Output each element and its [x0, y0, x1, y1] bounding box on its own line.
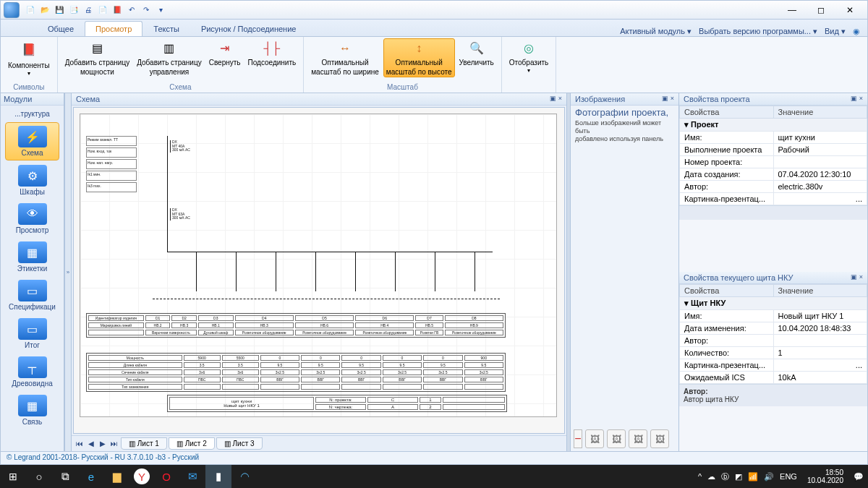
- qat-open-icon[interactable]: 📂: [38, 4, 51, 17]
- qat-new-icon[interactable]: 📄: [24, 4, 37, 17]
- module-tree[interactable]: ┬Древовидна: [5, 354, 59, 390]
- minimize-button[interactable]: —: [778, 1, 807, 19]
- panel-props-title: Свойства текущего щита НКУ: [684, 273, 793, 282]
- tab-general[interactable]: Общее: [37, 21, 85, 36]
- module-view[interactable]: 👁Просмотр: [5, 200, 59, 237]
- book-icon: 📕: [19, 40, 39, 60]
- connect-button[interactable]: ┤├Подсоединить: [245, 38, 299, 77]
- qat-save-icon[interactable]: 💾: [53, 4, 66, 17]
- module-cabinets[interactable]: ⚙Шкафы: [5, 162, 59, 199]
- add-image-icon[interactable]: 🖼: [585, 429, 604, 448]
- tray-app-icon[interactable]: ◩: [735, 472, 742, 481]
- sheet-prev-icon[interactable]: ◀: [86, 439, 96, 449]
- close-button[interactable]: ✕: [835, 1, 864, 19]
- qat-saveall-icon[interactable]: 📑: [67, 4, 80, 17]
- module-summary[interactable]: ▭Итог: [5, 315, 59, 352]
- sheet-first-icon[interactable]: ⏮: [75, 439, 85, 449]
- active-module-menu[interactable]: Активный модуль ▾: [620, 27, 692, 36]
- module-spec[interactable]: ▭Спецификаци: [5, 277, 59, 314]
- page-control-icon: ▥: [161, 40, 178, 57]
- zoom-button[interactable]: 🔍Увеличить: [456, 38, 497, 77]
- app-orb[interactable]: [4, 2, 20, 18]
- qat-print-icon[interactable]: 🖨: [82, 4, 95, 17]
- props1-pin-icon[interactable]: ▣ ×: [851, 95, 863, 103]
- help-icon[interactable]: ◉: [853, 27, 860, 36]
- tab-view[interactable]: Просмотр: [85, 21, 142, 36]
- titlebar: 📄 📂 💾 📑 🖨 📄 📕 ↶ ↷ ▾ — ◻ ✕: [1, 1, 867, 20]
- sheet-last-icon[interactable]: ⏭: [109, 439, 119, 449]
- tab-texts[interactable]: Тексты: [142, 21, 190, 36]
- search-icon[interactable]: ○: [26, 465, 52, 488]
- images-pin-icon[interactable]: ▣ ×: [662, 95, 674, 103]
- add-control-page-button[interactable]: ▥Добавить страницууправления: [134, 38, 205, 77]
- fit-width-button[interactable]: ↔Оптимальныймасштаб по ширине: [308, 38, 382, 77]
- start-button[interactable]: ⊞: [0, 465, 26, 488]
- tray-lang[interactable]: ENG: [780, 472, 797, 481]
- qat-redo-icon[interactable]: ↷: [140, 4, 153, 17]
- opera-icon[interactable]: O: [153, 465, 179, 488]
- images-title: Изображения: [575, 95, 625, 103]
- sheet-tab-3[interactable]: ▥ Лист 3: [216, 437, 263, 450]
- tray-clock[interactable]: 18:5010.04.2020: [803, 468, 848, 484]
- group-symbols-label: Символы: [13, 82, 44, 93]
- page-power-icon: ▤: [88, 40, 106, 57]
- info-ik3: Ik3 max.: [86, 182, 137, 192]
- project-properties-grid[interactable]: СвойстваЗначение ▾ Проект Имя:щит кухни …: [679, 106, 867, 272]
- taskview-icon[interactable]: ⧉: [52, 465, 78, 488]
- tray-bt-icon[interactable]: ⓑ: [721, 471, 729, 482]
- eye-icon: 👁: [18, 203, 47, 225]
- image-icon-2[interactable]: 🖼: [607, 429, 626, 448]
- sheet-tab-1[interactable]: ▥ Лист 1: [121, 437, 167, 450]
- images-panel: Изображения▣ × Фотографии проекта, Больш…: [571, 93, 679, 451]
- gears-icon: ⚙: [18, 165, 47, 187]
- module-link[interactable]: ▦Связь: [5, 392, 59, 429]
- image-icon-4[interactable]: 🖼: [650, 429, 669, 448]
- scheme-icon: ⚡: [18, 126, 47, 147]
- info-earthing: Режим заземл. TT: [86, 136, 137, 146]
- yandex-icon[interactable]: Y: [134, 468, 150, 484]
- tray-cloud-icon[interactable]: ☁: [707, 472, 715, 481]
- qat-pdf-icon[interactable]: 📕: [111, 4, 124, 17]
- explorer-icon[interactable]: ▆: [104, 465, 130, 488]
- qat-more-icon[interactable]: ▾: [154, 4, 167, 17]
- tray-up-icon[interactable]: ^: [698, 472, 702, 481]
- tab-drawing[interactable]: Рисунок / Подсоединение: [190, 21, 307, 36]
- image-icon-3[interactable]: 🖼: [629, 429, 647, 448]
- status-bar: © Legrand 2001-2018- Русский - RU 3.7.0.…: [1, 451, 867, 464]
- project-props-title: Свойства проекта: [684, 95, 750, 103]
- props2-pin-icon[interactable]: ▣ ×: [851, 273, 863, 282]
- info-voltage: Ном. нап. нагр.: [86, 159, 137, 169]
- fit-height-button[interactable]: ↕Оптимальныймасштаб по высоте: [383, 38, 455, 77]
- maximize-button[interactable]: ◻: [807, 1, 835, 19]
- sheet-tab-2[interactable]: ▥ Лист 2: [169, 437, 215, 450]
- group-scheme-label: Схема: [169, 82, 191, 93]
- collapse-button[interactable]: ⇥Свернуть: [206, 38, 244, 77]
- components-button[interactable]: 📕 Компоненты ▾: [5, 38, 53, 79]
- app2-taskbar-icon[interactable]: ◠: [231, 465, 258, 488]
- panel-properties-grid[interactable]: СвойстваЗначение ▾ Щит НКУ Имя:Новый щит…: [679, 284, 867, 451]
- images-note-2: добавлено используя панель: [571, 135, 678, 143]
- tray-wifi-icon[interactable]: 📶: [748, 472, 758, 481]
- sidebar-expander[interactable]: »: [64, 93, 72, 451]
- drawing-canvas[interactable]: Режим заземл. TT Ном. вход. ток Ном. нап…: [80, 114, 557, 417]
- panel-pin-icon[interactable]: ▣ ×: [550, 95, 562, 103]
- ribbon-tabstrip: Общее Просмотр Тексты Рисунок / Подсоеди…: [1, 20, 867, 37]
- edge-icon[interactable]: e: [78, 465, 104, 488]
- view-menu[interactable]: Вид ▾: [825, 27, 846, 36]
- tray-sound-icon[interactable]: 🔊: [764, 472, 774, 481]
- qat-doc-icon[interactable]: 📄: [96, 4, 109, 17]
- sheet-next-icon[interactable]: ▶: [98, 439, 108, 449]
- mail-icon[interactable]: ✉: [179, 465, 205, 488]
- module-scheme[interactable]: ⚡Схема: [5, 122, 59, 160]
- version-menu[interactable]: Выбрать версию программы... ▾: [699, 27, 817, 36]
- module-structure[interactable]: ...труктура: [5, 107, 59, 121]
- canvas-viewport[interactable]: Режим заземл. TT Ном. вход. ток Ном. нап…: [73, 107, 565, 434]
- app-taskbar-icon[interactable]: ▮: [205, 465, 231, 488]
- tray-notifications-icon[interactable]: 💬: [854, 472, 864, 481]
- display-button[interactable]: ◎Отобразить▾: [506, 38, 552, 76]
- module-labels[interactable]: ▦Этикетки: [5, 239, 59, 275]
- canvas-title: Схема: [76, 95, 100, 103]
- delete-image-icon[interactable]: −: [574, 429, 582, 448]
- add-power-page-button[interactable]: ▤Добавить страницумощности: [62, 38, 133, 77]
- qat-undo-icon[interactable]: ↶: [125, 4, 138, 17]
